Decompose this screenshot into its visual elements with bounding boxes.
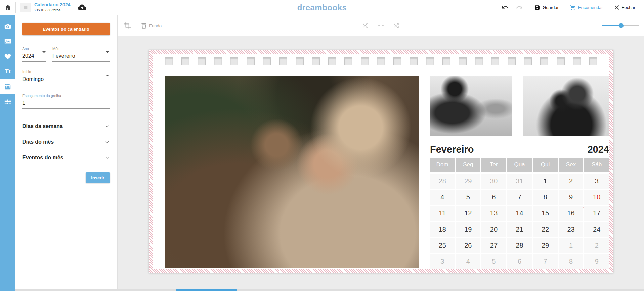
camera-icon: [4, 22, 11, 30]
day-cell[interactable]: 30: [481, 174, 506, 189]
sidebar-item-layout-settings[interactable]: [0, 94, 15, 109]
section-month-days[interactable]: Dias do mês: [22, 134, 110, 150]
day-cell[interactable]: 15: [533, 206, 558, 221]
day-cell[interactable]: 5: [481, 254, 506, 269]
day-cell[interactable]: 4: [430, 190, 455, 205]
selected-day-cell[interactable]: 10: [584, 190, 609, 205]
zoom-slider-thumb[interactable]: [619, 23, 624, 28]
day-cell[interactable]: 28: [507, 238, 532, 253]
day-cell[interactable]: 26: [456, 238, 481, 253]
day-cell[interactable]: 1: [559, 238, 584, 253]
day-cell[interactable]: 21: [507, 222, 532, 237]
grid-spacing-label: Espaçamento da grelha: [22, 94, 110, 98]
day-cell[interactable]: 29: [533, 238, 558, 253]
save-floppy-icon: [534, 5, 540, 10]
day-cell[interactable]: 1: [533, 174, 558, 189]
calendar-events-button[interactable]: Eventos do calendário: [22, 23, 110, 35]
day-cell[interactable]: 20: [481, 222, 506, 237]
day-cell[interactable]: 22: [533, 222, 558, 237]
day-cell[interactable]: 3: [584, 174, 609, 189]
order-button[interactable]: Encomendar: [570, 5, 603, 10]
month-label: Mês: [52, 47, 110, 51]
save-button[interactable]: Guardar: [534, 5, 559, 10]
swap-horizontal-icon: [378, 22, 384, 29]
photo-thumbnail-1[interactable]: [430, 76, 512, 136]
day-cell[interactable]: 27: [481, 238, 506, 253]
shuffle-photos-button[interactable]: [362, 22, 369, 29]
sidebar-item-calendar[interactable]: [0, 79, 15, 94]
day-cell[interactable]: 2: [559, 174, 584, 189]
year-title: 2024: [587, 144, 609, 155]
day-cell[interactable]: 19: [456, 222, 481, 237]
binding-hole: [524, 57, 532, 65]
cloud-upload-button[interactable]: [78, 4, 87, 11]
day-cell[interactable]: 4: [456, 254, 481, 269]
day-cell[interactable]: 6: [481, 190, 506, 205]
binding-hole: [198, 57, 206, 65]
sidebar-item-camera[interactable]: [0, 18, 15, 34]
binding-hole: [181, 57, 189, 65]
year-month-row: Ano 2024 Mês Fevereiro: [22, 47, 110, 62]
week-start-select[interactable]: Domingo: [22, 74, 110, 85]
day-cell[interactable]: 6: [507, 254, 532, 269]
home-icon: [4, 4, 11, 11]
section-month-events[interactable]: Eventos do mês: [22, 150, 110, 165]
year-field: Ano 2024: [22, 47, 46, 62]
binding-hole: [263, 57, 271, 65]
day-cell[interactable]: 25: [430, 238, 455, 253]
binding-hole: [589, 57, 597, 65]
delete-background-button[interactable]: Fundo: [141, 22, 162, 29]
day-cell[interactable]: 11: [430, 206, 455, 221]
day-cell[interactable]: 31: [507, 174, 532, 189]
undo-button[interactable]: [502, 4, 509, 10]
day-cell[interactable]: 9: [559, 190, 584, 205]
day-cell[interactable]: 7: [507, 190, 532, 205]
day-cell[interactable]: 18: [430, 222, 455, 237]
day-cell[interactable]: 2: [584, 238, 609, 253]
day-cell[interactable]: 13: [481, 206, 506, 221]
day-cell[interactable]: 3: [430, 254, 455, 269]
day-cell[interactable]: 8: [559, 254, 584, 269]
main-photo[interactable]: [165, 76, 419, 268]
binding-hole: [312, 57, 320, 65]
binding-hole: [557, 57, 565, 65]
sidebar-item-text[interactable]: Tt: [0, 64, 15, 79]
swap-horizontal-button[interactable]: [378, 22, 384, 29]
binding-hole: [230, 57, 238, 65]
insert-button[interactable]: Inserir: [86, 172, 110, 183]
weekday-header-cell: Qui: [533, 158, 558, 172]
active-page-indicator[interactable]: [176, 289, 237, 291]
day-cell[interactable]: 12: [456, 206, 481, 221]
topbar-divider: [15, 2, 16, 13]
main-layout: Tt Eventos do calendário Ano 2024 Mês: [0, 15, 644, 291]
canvas-toolbar: Fundo: [118, 15, 644, 36]
day-cell[interactable]: 29: [456, 174, 481, 189]
day-cell[interactable]: 5: [456, 190, 481, 205]
binding-hole: [491, 57, 499, 65]
home-button[interactable]: [0, 0, 15, 15]
redo-button[interactable]: [516, 4, 523, 10]
chevron-down-icon: [106, 75, 109, 76]
binding-hole: [247, 57, 255, 65]
photo-thumbnail-2[interactable]: [523, 76, 609, 136]
grid-spacing-input[interactable]: [22, 98, 110, 109]
day-cell[interactable]: 16: [559, 206, 584, 221]
section-weekdays[interactable]: Dias da semana: [22, 118, 110, 134]
day-cell[interactable]: 7: [533, 254, 558, 269]
zoom-slider[interactable]: [602, 23, 639, 28]
sidebar-item-favorites[interactable]: [0, 49, 15, 64]
day-cell[interactable]: 28: [430, 174, 455, 189]
crop-button[interactable]: [124, 22, 131, 29]
day-cell[interactable]: 24: [584, 222, 609, 237]
day-cell[interactable]: 8: [533, 190, 558, 205]
shuffle-layout-button[interactable]: [393, 22, 400, 29]
month-select[interactable]: Fevereiro: [52, 51, 110, 62]
day-cell[interactable]: 9: [584, 254, 609, 269]
close-button[interactable]: Fechar: [614, 5, 635, 10]
month-field: Mês Fevereiro: [52, 47, 110, 62]
page-strip[interactable]: [15, 289, 644, 291]
day-cell[interactable]: 14: [507, 206, 532, 221]
day-cell[interactable]: 23: [559, 222, 584, 237]
design-canvas[interactable]: Fevereiro 2024 DomSegTerQuaQuiSexSáb 282…: [118, 36, 644, 291]
sidebar-item-photos[interactable]: [0, 34, 15, 49]
